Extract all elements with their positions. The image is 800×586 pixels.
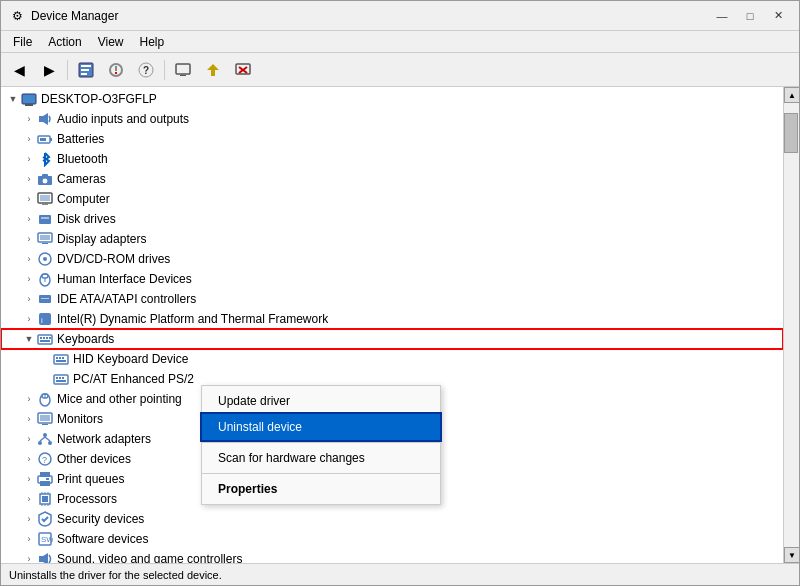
- svg-rect-9: [176, 64, 190, 74]
- keyboard-main-icon: [37, 331, 53, 347]
- menu-file[interactable]: File: [5, 33, 40, 51]
- svg-rect-48: [56, 357, 58, 359]
- ctx-update-driver[interactable]: Update driver: [202, 388, 440, 414]
- expand-keyboards: ▼: [21, 331, 37, 347]
- tree-hid-keyboard[interactable]: HID Keyboard Device: [1, 349, 783, 369]
- tree-ide[interactable]: › IDE ATA/ATAPI controllers: [1, 289, 783, 309]
- ctx-uninstall-device[interactable]: Uninstall device: [202, 414, 440, 440]
- sound-label: Sound, video and game controllers: [57, 552, 242, 563]
- expand-bluetooth: ›: [21, 151, 37, 167]
- security-icon: [37, 511, 53, 527]
- svg-rect-19: [40, 138, 46, 141]
- svg-rect-5: [115, 66, 117, 71]
- menu-action[interactable]: Action: [40, 33, 89, 51]
- tree-computer[interactable]: › Computer: [1, 189, 783, 209]
- mice-label: Mice and other pointing: [57, 392, 182, 406]
- ctx-scan-hardware[interactable]: Scan for hardware changes: [202, 445, 440, 471]
- svg-rect-52: [54, 375, 68, 384]
- expand-cameras: ›: [21, 171, 37, 187]
- network-icon: [37, 431, 53, 447]
- toolbar-sep-2: [164, 60, 165, 80]
- expand-hid: ›: [21, 271, 37, 287]
- svg-rect-45: [49, 337, 51, 339]
- toolbar-forward[interactable]: ▶: [35, 57, 63, 83]
- tree-display[interactable]: › Display adapters: [1, 229, 783, 249]
- hid-label: Human Interface Devices: [57, 272, 192, 286]
- svg-rect-61: [40, 415, 50, 421]
- svg-rect-3: [81, 73, 87, 75]
- audio-label: Audio inputs and outputs: [57, 112, 189, 126]
- disk-icon: [37, 211, 53, 227]
- svg-rect-6: [115, 72, 117, 74]
- svg-rect-23: [42, 174, 48, 177]
- svg-rect-25: [40, 195, 50, 201]
- menu-bar: File Action View Help: [1, 31, 799, 53]
- toolbar-display[interactable]: [169, 57, 197, 83]
- ctx-separator: [202, 442, 440, 443]
- menu-help[interactable]: Help: [132, 33, 173, 51]
- tree-dvd[interactable]: › DVD/CD-ROM drives: [1, 249, 783, 269]
- hid-icon: [37, 271, 53, 287]
- toolbar-back[interactable]: ◀: [5, 57, 33, 83]
- scroll-thumb[interactable]: [784, 113, 798, 153]
- processors-label: Processors: [57, 492, 117, 506]
- svg-text:?: ?: [143, 65, 149, 76]
- svg-rect-43: [43, 337, 45, 339]
- tree-intel[interactable]: › i Intel(R) Dynamic Platform and Therma…: [1, 309, 783, 329]
- software-icon: SW: [37, 531, 53, 547]
- tree-batteries[interactable]: › Batteries: [1, 129, 783, 149]
- tree-bluetooth[interactable]: › Bluetooth: [1, 149, 783, 169]
- svg-rect-41: [38, 335, 52, 344]
- toolbar-scan[interactable]: [102, 57, 130, 83]
- toolbar-update[interactable]: [199, 57, 227, 83]
- tree-audio[interactable]: › Audio inputs and outputs: [1, 109, 783, 129]
- tree-root[interactable]: ▼ DESKTOP-O3FGFLP: [1, 89, 783, 109]
- toolbar-remove[interactable]: [229, 57, 257, 83]
- expand-monitors: ›: [21, 411, 37, 427]
- scroll-down-button[interactable]: ▼: [784, 547, 799, 563]
- device-manager-window: ⚙ Device Manager — □ ✕ File Action View …: [0, 0, 800, 586]
- menu-view[interactable]: View: [90, 33, 132, 51]
- close-button[interactable]: ✕: [765, 6, 791, 26]
- camera-icon: [37, 171, 53, 187]
- maximize-button[interactable]: □: [737, 6, 763, 26]
- expand-batteries: ›: [21, 131, 37, 147]
- ctx-properties[interactable]: Properties: [202, 476, 440, 502]
- print-label: Print queues: [57, 472, 124, 486]
- tree-hid[interactable]: › Human Interface Devices: [1, 269, 783, 289]
- svg-rect-73: [46, 478, 49, 480]
- tree-cameras[interactable]: › Cameras: [1, 169, 783, 189]
- svg-rect-10: [180, 75, 186, 76]
- tree-sound[interactable]: › Sound, video and game controllers: [1, 549, 783, 563]
- expand-root: ▼: [5, 91, 21, 107]
- tree-disk[interactable]: › Disk drives: [1, 209, 783, 229]
- minimize-button[interactable]: —: [709, 6, 735, 26]
- svg-point-33: [43, 257, 47, 261]
- intel-icon: i: [37, 311, 53, 327]
- status-text: Uninstalls the driver for the selected d…: [9, 569, 222, 581]
- status-bar: Uninstalls the driver for the selected d…: [1, 563, 799, 585]
- tree-software[interactable]: › SW Software devices: [1, 529, 783, 549]
- scroll-up-button[interactable]: ▲: [784, 87, 799, 103]
- display-label: Display adapters: [57, 232, 146, 246]
- expand-network: ›: [21, 431, 37, 447]
- svg-point-65: [48, 441, 52, 445]
- expand-intel: ›: [21, 311, 37, 327]
- svg-rect-53: [56, 377, 58, 379]
- window-icon: ⚙: [9, 8, 25, 24]
- svg-rect-38: [41, 298, 49, 299]
- svg-point-63: [43, 433, 47, 437]
- svg-rect-20: [50, 138, 52, 141]
- network-label: Network adapters: [57, 432, 151, 446]
- dvd-icon: [37, 251, 53, 267]
- svg-point-64: [38, 441, 42, 445]
- svg-line-66: [40, 437, 45, 441]
- tree-security[interactable]: › Security devices: [1, 509, 783, 529]
- toolbar-help[interactable]: ?: [132, 57, 160, 83]
- svg-text:?: ?: [42, 455, 47, 465]
- tree-keyboards[interactable]: ▼ Keyboards: [1, 329, 783, 349]
- toolbar-properties[interactable]: [72, 57, 100, 83]
- tree-panel[interactable]: ▼ DESKTOP-O3FGFLP › Audio inputs and out…: [1, 87, 783, 563]
- svg-rect-31: [42, 243, 48, 244]
- scroll-track[interactable]: [784, 103, 799, 547]
